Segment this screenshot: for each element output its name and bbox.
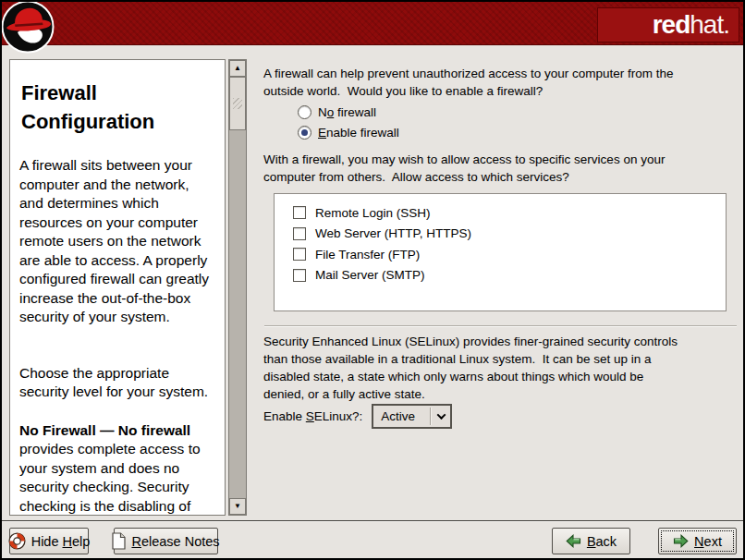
service-row-ssh[interactable]: Remote Login (SSH) xyxy=(293,202,726,224)
chevron-down-icon[interactable] xyxy=(432,413,450,420)
radio-no-firewall[interactable]: No firewall xyxy=(298,104,376,120)
release-notes-label: Release Notes xyxy=(131,534,219,549)
checkbox-icon[interactable] xyxy=(293,206,306,219)
selinux-label: Enable SELinux?: xyxy=(263,409,362,423)
button-bar: Hide Help Release Notes Back xyxy=(2,520,743,558)
help-title: Firewall Configuration xyxy=(21,79,216,136)
radio-enable-firewall[interactable]: Enable firewall xyxy=(298,125,399,140)
services-intro-text: With a firewall, you may wish to allow a… xyxy=(263,151,670,186)
help-paragraph-3: No Firewall — No firewall provides compl… xyxy=(19,421,216,517)
next-button[interactable]: Next xyxy=(658,528,737,554)
section-separator xyxy=(264,325,737,327)
checkbox-icon[interactable] xyxy=(293,227,306,240)
brand-text-bold: red xyxy=(653,10,690,40)
radio-button-selected-icon[interactable] xyxy=(298,126,311,140)
main-content: A firewall can help prevent unauthorized… xyxy=(262,59,740,517)
help-paragraph-3-heading: No Firewall — No firewall xyxy=(19,422,190,438)
hide-help-label: Hide Help xyxy=(31,534,91,549)
back-label: Back xyxy=(587,534,617,549)
help-panel: Firewall Configuration A firewall sits b… xyxy=(9,59,226,516)
selinux-row: Enable SELinux?: Active xyxy=(263,404,452,429)
help-paragraph-3-body: provides complete access to your system … xyxy=(19,441,212,516)
checkbox-icon[interactable] xyxy=(293,248,306,261)
service-label: File Transfer (FTP) xyxy=(315,248,420,262)
service-label: Mail Server (SMTP) xyxy=(315,268,425,282)
green-arrow-left-icon xyxy=(566,534,581,548)
installer-window: redhat. Firewall Configuration A firewal… xyxy=(0,0,745,560)
service-label: Remote Login (SSH) xyxy=(315,206,431,220)
service-label: Web Server (HTTP, HTTPS) xyxy=(315,226,471,240)
redhat-wordmark: redhat. xyxy=(597,7,739,43)
scroll-down-icon[interactable]: ▼ xyxy=(229,498,246,515)
radio-button-icon[interactable] xyxy=(298,105,311,119)
release-notes-button[interactable]: Release Notes xyxy=(114,528,218,554)
selinux-description: Security Enhanced Linux (SELinux) provid… xyxy=(263,333,679,403)
scroll-up-icon[interactable]: ▲ xyxy=(229,60,246,77)
next-label: Next xyxy=(694,534,722,549)
scrollbar-thumb[interactable] xyxy=(229,77,246,130)
green-arrow-right-icon xyxy=(673,534,689,548)
service-row-smtp[interactable]: Mail Server (SMTP) xyxy=(293,265,726,286)
radio-no-firewall-label: No firewall xyxy=(318,105,376,119)
help-paragraph-2: Choose the appropriate security level fo… xyxy=(19,364,216,402)
help-paragraph-1: A firewall sits between your computer an… xyxy=(19,156,216,327)
service-row-web[interactable]: Web Server (HTTP, HTTPS) xyxy=(293,224,726,245)
radio-enable-firewall-label: Enable firewall xyxy=(318,126,399,140)
services-list: Remote Login (SSH) Web Server (HTTP, HTT… xyxy=(274,193,727,311)
hide-help-button[interactable]: Hide Help xyxy=(9,528,89,554)
header-banner: redhat. xyxy=(2,2,743,45)
checkbox-icon[interactable] xyxy=(293,269,306,282)
brand-text-light: hat. xyxy=(690,10,729,40)
document-page-icon xyxy=(112,532,126,550)
service-row-ftp[interactable]: File Transfer (FTP) xyxy=(293,244,726,265)
selinux-dropdown[interactable]: Active xyxy=(372,404,452,429)
back-button[interactable]: Back xyxy=(552,528,630,554)
firewall-intro-text: A firewall can help prevent unauthorized… xyxy=(263,65,707,100)
life-preserver-icon xyxy=(8,532,26,550)
help-scrollbar[interactable]: ▲ ▼ xyxy=(228,59,247,516)
selinux-dropdown-value: Active xyxy=(373,409,430,423)
redhat-shadowman-logo-icon xyxy=(1,0,56,55)
